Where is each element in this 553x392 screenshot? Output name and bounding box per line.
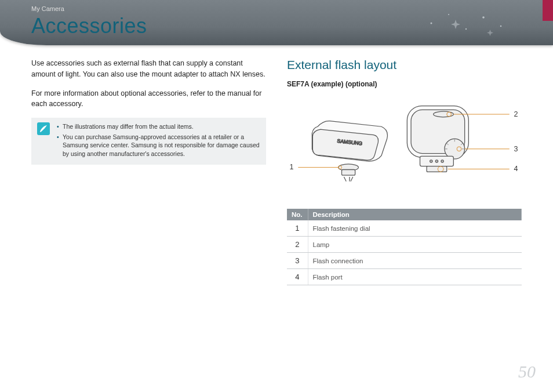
- svg-point-0: [431, 23, 432, 24]
- svg-point-23: [441, 160, 443, 162]
- table-header-row: No. Description: [287, 209, 522, 220]
- note-list: The illustrations may differ from the ac…: [57, 122, 260, 160]
- cell-desc: Flash connection: [308, 253, 522, 269]
- cell-desc: Flash port: [308, 269, 522, 285]
- col-header-desc: Description: [308, 209, 522, 220]
- table-row: 3 Flash connection: [287, 253, 522, 269]
- sparkle-decoration: [420, 6, 512, 41]
- cell-no: 1: [287, 220, 308, 237]
- flash-front-view: SAMSUNG: [312, 121, 387, 182]
- svg-text:1: 1: [290, 164, 294, 172]
- svg-point-4: [500, 26, 502, 27]
- right-column: External flash layout SEF7A (example) (o…: [287, 58, 522, 285]
- svg-rect-6: [342, 170, 355, 176]
- flash-diagram: SAMSUNG 1: [287, 94, 522, 198]
- cell-desc: Flash fastening dial: [308, 220, 522, 237]
- note-item: You can purchase Samsung-approved access…: [57, 133, 260, 158]
- cell-desc: Lamp: [308, 237, 522, 253]
- table-row: 1 Flash fastening dial: [287, 220, 522, 237]
- note-item: The illustrations may differ from the ac…: [57, 122, 260, 131]
- svg-point-22: [435, 160, 438, 162]
- flash-rear-view: [407, 106, 468, 172]
- svg-rect-20: [427, 166, 447, 172]
- svg-point-2: [465, 28, 467, 30]
- content-area: Use accessories such as external flash t…: [31, 58, 522, 285]
- cell-no: 3: [287, 253, 308, 269]
- model-subhead: SEF7A (example) (optional): [287, 80, 522, 88]
- header-band: My Camera Accessories: [0, 0, 553, 45]
- note-box: The illustrations may differ from the ac…: [31, 118, 266, 165]
- cell-no: 4: [287, 269, 308, 285]
- svg-point-21: [430, 160, 432, 162]
- left-column: Use accessories such as external flash t…: [31, 58, 266, 285]
- svg-text:4: 4: [514, 165, 518, 173]
- page-number: 50: [518, 362, 536, 382]
- breadcrumb: My Camera: [31, 5, 64, 12]
- section-title: External flash layout: [287, 58, 522, 72]
- parts-table: No. Description 1 Flash fastening dial 2…: [287, 209, 522, 285]
- svg-text:3: 3: [514, 145, 518, 153]
- col-header-no: No.: [287, 209, 308, 220]
- brand-accent: [543, 0, 553, 21]
- intro-paragraph-1: Use accessories such as external flash t…: [31, 58, 266, 80]
- callout-1: 1: [290, 164, 342, 172]
- svg-text:2: 2: [514, 110, 518, 118]
- table-row: 2 Lamp: [287, 237, 522, 253]
- svg-point-3: [482, 16, 485, 19]
- cell-no: 2: [287, 237, 308, 253]
- page-title: Accessories: [31, 14, 147, 38]
- table-row: 4 Flash port: [287, 269, 522, 285]
- svg-point-1: [448, 14, 449, 15]
- note-icon: [37, 122, 50, 135]
- intro-paragraph-2: For more information about optional acce…: [31, 88, 266, 110]
